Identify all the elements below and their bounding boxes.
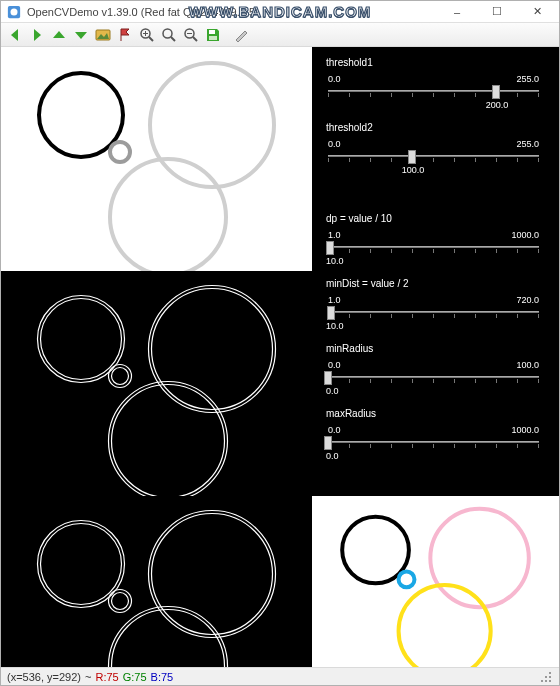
control-threshold1: threshold1 0.0255.0 200.0 <box>326 57 541 110</box>
close-button[interactable]: ✕ <box>517 2 557 22</box>
svg-rect-13 <box>209 36 217 40</box>
zoom-out-button[interactable] <box>181 25 201 45</box>
maximize-button[interactable]: ☐ <box>477 2 517 22</box>
svg-point-17 <box>110 159 226 271</box>
control-dp-value: 10.0 <box>326 256 541 266</box>
status-blue-value: B:75 <box>151 671 174 683</box>
control-minDist-thumb[interactable] <box>327 306 335 320</box>
control-minRadius-thumb[interactable] <box>324 371 332 385</box>
flag-button[interactable] <box>115 25 135 45</box>
maximize-icon: ☐ <box>492 5 502 18</box>
control-maxRadius-value: 0.0 <box>326 451 541 461</box>
window-buttons: – ☐ ✕ <box>437 2 557 22</box>
panel-hough-result <box>312 496 559 667</box>
control-threshold2: threshold2 0.0255.0 100.0 <box>326 122 541 175</box>
controls-panel: threshold1 0.0255.0 200.0 threshold2 0.0… <box>312 47 559 483</box>
svg-point-19 <box>41 299 122 380</box>
control-minRadius-value: 0.0 <box>326 386 541 396</box>
control-threshold2-label: threshold2 <box>326 122 541 133</box>
control-threshold2-thumb[interactable] <box>408 150 416 164</box>
toolbar <box>1 23 559 47</box>
svg-line-4 <box>149 37 153 41</box>
svg-point-27 <box>41 524 122 605</box>
control-threshold2-value: 100.0 <box>326 165 541 175</box>
svg-point-33 <box>112 610 225 668</box>
open-image-button[interactable] <box>93 25 113 45</box>
svg-point-18 <box>38 296 125 383</box>
save-button[interactable] <box>203 25 223 45</box>
workspace: threshold1 0.0255.0 200.0 threshold2 0.0… <box>1 47 559 667</box>
svg-rect-12 <box>209 30 215 34</box>
svg-rect-43 <box>541 680 543 682</box>
control-dp-slider[interactable] <box>326 241 541 255</box>
svg-point-23 <box>112 368 129 385</box>
control-minDist-range: 1.0720.0 <box>326 295 541 305</box>
status-red-value: R:75 <box>95 671 118 683</box>
svg-rect-38 <box>549 672 551 674</box>
control-dp-thumb[interactable] <box>326 241 334 255</box>
control-minDist-value: 10.0 <box>326 321 541 331</box>
svg-rect-39 <box>549 676 551 678</box>
control-threshold1-slider[interactable] <box>326 85 541 99</box>
control-minRadius-label: minRadius <box>326 343 541 354</box>
svg-point-20 <box>149 286 276 413</box>
status-green-value: G:75 <box>123 671 147 683</box>
control-minRadius-slider[interactable] <box>326 371 541 385</box>
nav-down-button[interactable] <box>71 25 91 45</box>
brush-button[interactable] <box>231 25 251 45</box>
window-title: OpenCVDemo v1.39.0 (Red fat QQ214979... … <box>27 6 255 18</box>
control-maxRadius-thumb[interactable] <box>324 436 332 450</box>
control-minDist-label: minDist = value / 2 <box>326 278 541 289</box>
nav-forward-button[interactable] <box>27 25 47 45</box>
svg-point-16 <box>110 142 130 162</box>
control-maxRadius-label: maxRadius <box>326 408 541 419</box>
minimize-icon: – <box>454 6 460 18</box>
svg-point-21 <box>152 289 273 410</box>
zoom-fit-button[interactable] <box>159 25 179 45</box>
status-separator: ~ <box>85 671 91 683</box>
control-minDist-slider[interactable] <box>326 306 541 320</box>
svg-point-37 <box>399 585 491 667</box>
svg-rect-42 <box>545 680 547 682</box>
svg-point-29 <box>152 514 273 635</box>
panel-edges-copy <box>1 496 312 667</box>
panel-source-image <box>1 47 312 271</box>
control-threshold1-range: 0.0255.0 <box>326 74 541 84</box>
close-icon: ✕ <box>533 5 542 18</box>
svg-point-35 <box>430 509 528 607</box>
svg-line-10 <box>193 37 197 41</box>
control-threshold1-label: threshold1 <box>326 57 541 68</box>
control-dp-label: dp = value / 10 <box>326 213 541 224</box>
resize-grip-icon[interactable] <box>539 670 553 684</box>
status-coordinates: (x=536, y=292) <box>7 671 81 683</box>
svg-point-7 <box>163 29 172 38</box>
zoom-in-button[interactable] <box>137 25 157 45</box>
panel-canny-edges <box>1 271 312 496</box>
svg-point-25 <box>112 385 225 497</box>
svg-point-28 <box>149 511 276 638</box>
svg-point-1 <box>11 8 18 15</box>
svg-point-26 <box>38 521 125 608</box>
svg-point-14 <box>39 73 123 157</box>
title-bar: OpenCVDemo v1.39.0 (Red fat QQ214979... … <box>1 1 559 23</box>
nav-up-button[interactable] <box>49 25 69 45</box>
control-minRadius-range: 0.0100.0 <box>326 360 541 370</box>
minimize-button[interactable]: – <box>437 2 477 22</box>
control-threshold2-range: 0.0255.0 <box>326 139 541 149</box>
svg-point-15 <box>150 63 274 187</box>
control-maxRadius-slider[interactable] <box>326 436 541 450</box>
control-threshold2-slider[interactable] <box>326 150 541 164</box>
svg-point-36 <box>399 571 415 587</box>
svg-point-31 <box>112 593 129 610</box>
control-minRadius: minRadius 0.0100.0 0.0 <box>326 343 541 396</box>
app-icon <box>7 5 21 19</box>
svg-rect-41 <box>549 680 551 682</box>
control-threshold1-thumb[interactable] <box>492 85 500 99</box>
svg-rect-40 <box>545 676 547 678</box>
nav-back-button[interactable] <box>5 25 25 45</box>
control-dp: dp = value / 10 1.01000.0 10.0 <box>326 213 541 266</box>
status-bar: (x=536, y=292) ~ R:75 G:75 B:75 <box>1 667 559 685</box>
control-minDist: minDist = value / 2 1.0720.0 10.0 <box>326 278 541 331</box>
svg-line-8 <box>171 37 175 41</box>
control-dp-range: 1.01000.0 <box>326 230 541 240</box>
